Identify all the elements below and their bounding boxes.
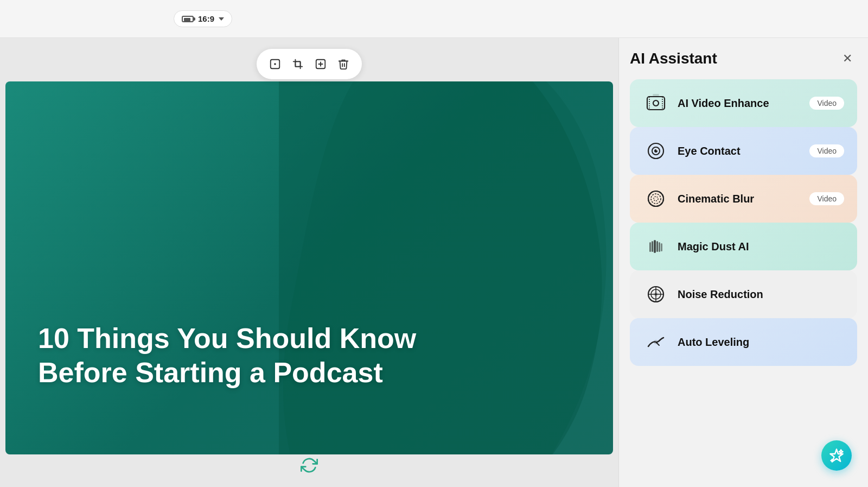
magic-dust-ai-label: Magic Dust AI (678, 241, 844, 253)
top-bar: 16:9 (0, 0, 868, 38)
noise-reduction-icon (643, 281, 669, 307)
select-tool-button[interactable] (265, 54, 285, 74)
svg-rect-22 (661, 243, 662, 251)
cinematic-blur-icon (643, 186, 669, 212)
battery-icon (182, 16, 194, 22)
svg-rect-8 (653, 94, 659, 96)
feature-card-magic-dust-ai[interactable]: Magic Dust AI (630, 223, 857, 270)
auto-leveling-icon (643, 329, 669, 355)
svg-rect-21 (659, 242, 660, 252)
eye-contact-icon (643, 138, 669, 164)
feature-card-cinematic-blur[interactable]: Cinematic BlurVideo (630, 175, 857, 223)
toolbar (257, 49, 362, 79)
svg-point-15 (654, 197, 658, 201)
close-panel-button[interactable]: ✕ (838, 49, 857, 68)
cinematic-blur-badge: Video (809, 192, 844, 205)
svg-rect-2 (295, 61, 300, 66)
svg-point-29 (654, 340, 658, 344)
right-panel: AI Assistant ✕ AI Video EnhanceVideo Eye… (618, 38, 868, 487)
canvas-area: 10 Things You Should Know Before Startin… (0, 38, 618, 487)
eye-contact-label: Eye Contact (678, 145, 801, 157)
add-tool-button[interactable] (311, 54, 330, 74)
cinematic-blur-label: Cinematic Blur (678, 193, 801, 205)
video-title-line2: Before Starting a Podcast (38, 357, 383, 388)
video-title-line1: 10 Things You Should Know (38, 322, 416, 354)
chevron-down-icon (219, 17, 224, 21)
svg-rect-18 (649, 242, 651, 252)
feature-card-eye-contact[interactable]: Eye ContactVideo (630, 127, 857, 175)
panel-title: AI Assistant (630, 50, 717, 67)
eye-contact-badge: Video (809, 144, 844, 157)
crop-tool-button[interactable] (288, 54, 308, 74)
refresh-button[interactable] (301, 457, 318, 476)
svg-point-7 (653, 100, 659, 106)
feature-card-auto-leveling[interactable]: Auto Leveling (630, 318, 857, 366)
aspect-ratio-label: 16:9 (198, 14, 214, 23)
ai-video-enhance-icon (643, 90, 669, 116)
ai-fab-button[interactable] (821, 440, 852, 471)
svg-rect-20 (656, 241, 658, 252)
ai-video-enhance-badge: Video (809, 97, 844, 110)
main-content: 10 Things You Should Know Before Startin… (0, 38, 868, 487)
auto-leveling-label: Auto Leveling (678, 336, 844, 349)
svg-rect-19 (652, 241, 653, 252)
svg-rect-6 (647, 97, 665, 110)
feature-card-ai-video-enhance[interactable]: AI Video EnhanceVideo (630, 79, 857, 127)
ai-video-enhance-label: AI Video Enhance (678, 97, 801, 110)
delete-tool-button[interactable] (334, 54, 353, 74)
magic-dust-ai-icon (643, 233, 669, 260)
feature-cards-container: AI Video EnhanceVideo Eye ContactVideo C… (630, 79, 857, 366)
video-canvas: 10 Things You Should Know Before Startin… (5, 81, 613, 454)
video-text: 10 Things You Should Know Before Startin… (5, 321, 449, 454)
noise-reduction-label: Noise Reduction (678, 288, 844, 301)
aspect-ratio-selector[interactable]: 16:9 (174, 10, 232, 27)
svg-rect-17 (654, 240, 656, 253)
svg-point-14 (651, 194, 661, 204)
svg-point-12 (656, 149, 658, 150)
feature-card-noise-reduction[interactable]: Noise Reduction (630, 270, 857, 318)
svg-point-1 (274, 63, 276, 65)
panel-header: AI Assistant ✕ (630, 49, 857, 68)
video-title: 10 Things You Should Know Before Startin… (38, 321, 416, 389)
